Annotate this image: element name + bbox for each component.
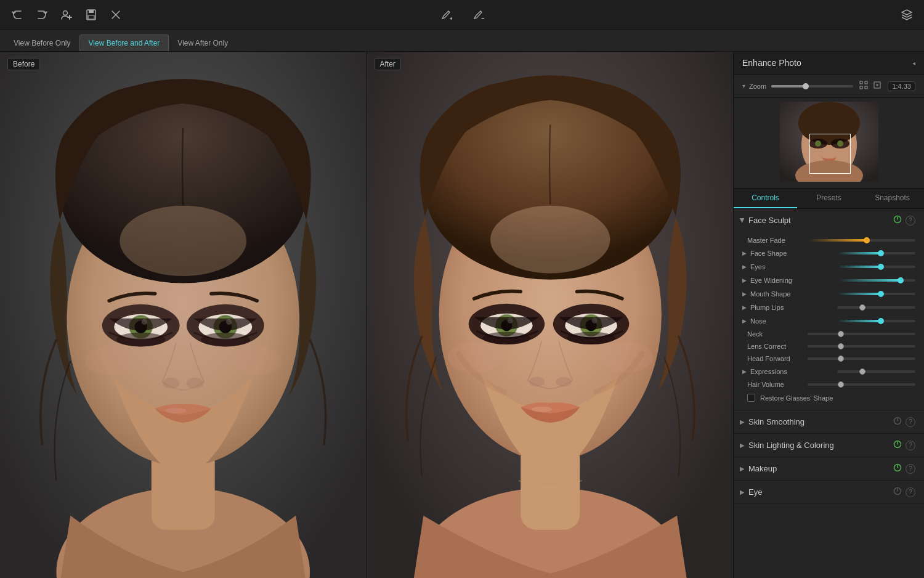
- svg-rect-57: [865, 86, 867, 89]
- toolbar: [0, 0, 924, 30]
- sub-face-shape[interactable]: ▶ Face Shape: [734, 246, 924, 260]
- section-makeup: ▶ Makeup ?: [734, 457, 924, 481]
- skin-lighting-header[interactable]: ▶ Skin Lighting & Coloring ?: [734, 434, 924, 457]
- expressions-label: Expressions: [750, 368, 829, 375]
- layers-button[interactable]: [897, 5, 917, 25]
- pen-remove-button[interactable]: [468, 5, 488, 25]
- svg-rect-54: [860, 81, 862, 84]
- zoom-value: 1:4.33: [888, 81, 915, 91]
- svg-point-64: [815, 140, 821, 147]
- face-sculpt-help[interactable]: ?: [906, 216, 915, 226]
- svg-point-22: [116, 333, 166, 347]
- expressions-slider[interactable]: [837, 370, 915, 373]
- makeup-help[interactable]: ?: [906, 464, 915, 474]
- eye-header[interactable]: ▶ Eye ?: [734, 481, 924, 503]
- skin-smoothing-help[interactable]: ?: [906, 417, 915, 427]
- close-button[interactable]: [106, 5, 126, 25]
- head-forward-slider[interactable]: [808, 357, 915, 360]
- tab-view-before-only[interactable]: View Before Only: [5, 35, 79, 51]
- panel-collapse-button[interactable]: ◂: [912, 60, 915, 67]
- tab-snapshots[interactable]: Snapshots: [861, 189, 924, 208]
- svg-point-23: [201, 333, 250, 347]
- tab-presets[interactable]: Presets: [797, 189, 861, 208]
- makeup-title: Makeup: [748, 464, 888, 473]
- plump-lips-slider[interactable]: [837, 306, 915, 309]
- sub-plump-lips[interactable]: ▶ Plump Lips: [734, 301, 924, 314]
- checkbox-restore-glasses[interactable]: Restore Glasses' Shape: [734, 391, 924, 405]
- thumbnail-area: [734, 98, 924, 189]
- eye-widening-slider[interactable]: [837, 279, 915, 282]
- face-sculpt-arrow: ▶: [739, 218, 746, 223]
- sub-eyes[interactable]: ▶ Eyes: [734, 260, 924, 274]
- save-button[interactable]: [81, 5, 101, 25]
- panel-tabs: Controls Presets Snapshots: [734, 189, 924, 209]
- face-shape-arrow: ▶: [742, 250, 747, 256]
- view-tabs-bar: View Before Only View Before and After V…: [0, 30, 924, 52]
- face-sculpt-header[interactable]: ▶ Face Sculpt ?: [734, 209, 924, 232]
- nose-arrow: ▶: [742, 318, 747, 324]
- svg-rect-2: [89, 10, 94, 13]
- face-sculpt-content: Master Fade ▶ Face Shape: [734, 232, 924, 410]
- image-panels: Before: [0, 52, 733, 578]
- section-eye: ▶ Eye ?: [734, 481, 924, 504]
- face-shape-label: Face Shape: [750, 250, 829, 257]
- face-sculpt-title: Face Sculpt: [748, 216, 888, 225]
- makeup-power[interactable]: [893, 463, 902, 474]
- zoom-fit-button[interactable]: [858, 79, 869, 92]
- zoom-icons: [858, 79, 883, 92]
- mouth-shape-slider[interactable]: [837, 293, 915, 295]
- after-portrait: [367, 52, 734, 578]
- right-panel: Enhance Photo ◂ ▾ Zoom 1:4.33: [733, 52, 924, 578]
- eye-widening-arrow: ▶: [742, 277, 747, 283]
- slider-master-fade: Master Fade: [734, 234, 924, 246]
- sub-expressions[interactable]: ▶ Expressions: [734, 365, 924, 378]
- skin-smoothing-header[interactable]: ▶ Skin Smoothing ?: [734, 410, 924, 433]
- redo-button[interactable]: [32, 5, 52, 25]
- master-fade-label: Master Fade: [747, 237, 803, 244]
- undo-button[interactable]: [7, 5, 27, 25]
- face-sculpt-power[interactable]: [893, 215, 902, 226]
- zoom-slider[interactable]: [771, 85, 853, 88]
- tab-view-before-and-after[interactable]: View Before and After: [79, 35, 169, 51]
- hair-volume-label: Hair Volume: [747, 381, 803, 388]
- eyes-slider[interactable]: [837, 266, 915, 268]
- svg-rect-3: [88, 15, 94, 19]
- expressions-arrow: ▶: [742, 368, 747, 375]
- makeup-header[interactable]: ▶ Makeup ?: [734, 457, 924, 480]
- skin-smoothing-power[interactable]: [893, 417, 902, 427]
- eye-power[interactable]: [893, 487, 902, 497]
- sub-nose[interactable]: ▶ Nose: [734, 314, 924, 328]
- mouth-shape-arrow: ▶: [742, 291, 747, 297]
- restore-glasses-checkbox[interactable]: [747, 394, 755, 402]
- slider-hair-volume: Hair Volume: [734, 378, 924, 391]
- zoom-actual-button[interactable]: [872, 79, 883, 92]
- pen-add-button[interactable]: [436, 5, 456, 25]
- eyes-label: Eyes: [750, 263, 829, 271]
- lens-correct-slider[interactable]: [808, 345, 915, 348]
- eye-help[interactable]: ?: [906, 487, 915, 497]
- neck-slider[interactable]: [808, 333, 915, 335]
- svg-rect-56: [860, 86, 862, 89]
- section-skin-smoothing: ▶ Skin Smoothing ?: [734, 410, 924, 434]
- slider-head-forward: Head Forward: [734, 352, 924, 365]
- add-person-button[interactable]: [57, 5, 76, 25]
- svg-point-47: [482, 332, 530, 344]
- sub-mouth-shape[interactable]: ▶ Mouth Shape: [734, 287, 924, 301]
- sub-eye-widening[interactable]: ▶ Eye Widening: [734, 274, 924, 287]
- master-fade-slider[interactable]: [808, 239, 915, 242]
- tab-view-after-only[interactable]: View After Only: [169, 35, 237, 51]
- skin-smoothing-arrow: ▶: [740, 418, 745, 425]
- after-panel: After: [367, 52, 734, 578]
- eye-arrow: ▶: [740, 489, 745, 495]
- skin-lighting-help[interactable]: ?: [906, 441, 915, 450]
- face-shape-slider[interactable]: [837, 252, 915, 254]
- svg-point-65: [837, 140, 843, 147]
- makeup-arrow: ▶: [740, 465, 745, 472]
- tab-controls[interactable]: Controls: [734, 189, 797, 208]
- svg-point-0: [63, 10, 68, 15]
- skin-lighting-arrow: ▶: [740, 442, 745, 449]
- neck-label: Neck: [747, 330, 803, 338]
- nose-slider[interactable]: [837, 320, 915, 322]
- hair-volume-slider[interactable]: [808, 383, 915, 386]
- skin-lighting-power[interactable]: [893, 440, 902, 450]
